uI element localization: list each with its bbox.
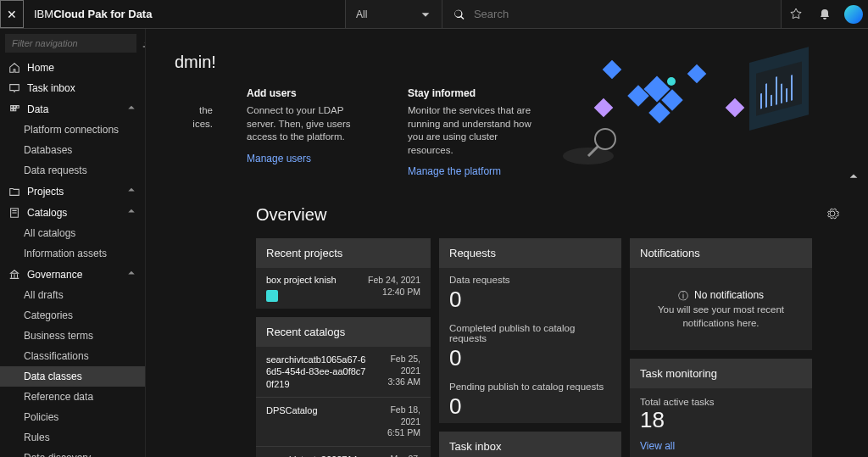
nav-label: Home [27,62,54,74]
nav-label: Categories [24,309,73,321]
view-all-link[interactable]: View all [640,440,675,452]
recent-projects-card: Recent projects box project knishFeb 24,… [256,238,431,309]
brand: IBM Cloud Pak for Data [24,0,162,28]
nav-item-data-classes[interactable]: Data classes [0,366,145,387]
collaborator-avatar [266,290,278,302]
recent-catalogs-title: Recent catalogs [256,317,431,347]
task-inbox-card: Task inbox Assigned to me [439,432,621,457]
nav-item-information-assets[interactable]: Information assets [0,243,145,264]
nav-item-classifications[interactable]: Classifications [0,346,145,366]
chevron-down-icon [420,8,431,20]
notifications-card: Notifications ⓘ No notifications You wil… [630,238,812,350]
svg-rect-4 [603,60,622,80]
nav-item-rules[interactable]: Rules [0,427,145,448]
manage-platform-link[interactable]: Manage the platform [408,165,501,177]
nav-item-projects[interactable]: Projects [0,181,145,202]
nav-label: All catalogs [24,227,75,239]
catalog-time: Mar 07, 2021 6:47 AM [387,454,420,457]
stay-informed-heading: Stay informed [408,87,535,99]
data-icon [8,103,20,115]
active-tasks-count: 18 [640,407,802,433]
brand-name: Cloud Pak for Data [53,8,152,20]
pending-requests-label: Pending publish to catalog requests [449,382,611,392]
catalog-row[interactable]: searchivtcatb1065a67-66d5-454d-83ee-aa0f… [256,347,431,398]
project-name: box project knish [266,275,337,285]
nav-label: Task inbox [27,82,75,94]
nav-label: Reference data [24,391,93,403]
chevron-icon [126,103,136,115]
help-icon[interactable] [782,0,810,28]
chevron-icon [126,206,136,219]
nav-label: Data [27,103,48,115]
task-monitoring-title: Task monitoring [630,359,812,388]
hero-banner: dmin! theices. Add users Connect to your… [146,29,868,190]
catalog-time: Feb 25, 2021 3:36 AM [387,354,420,390]
nav-item-platform-connections[interactable]: Platform connections [0,120,145,140]
nav-label: Catalogs [27,207,67,219]
nav-item-all-drafts[interactable]: All drafts [0,285,145,305]
close-button[interactable]: ✕ [0,0,24,28]
nav-item-governance[interactable]: Governance [0,264,145,285]
search-box[interactable] [442,0,782,28]
add-users-heading: Add users [247,87,374,99]
search-scope-dropdown[interactable]: All [345,0,442,28]
notifications-icon[interactable] [810,0,839,28]
settings-icon[interactable] [826,207,839,223]
nav-label: All drafts [24,289,64,301]
project-time: Feb 24, 2021 12:40 PM [368,275,420,302]
avatar[interactable] [844,5,863,24]
info-icon: ⓘ [678,289,688,303]
overview-title: Overview [256,205,326,225]
nav-item-task-inbox[interactable]: Task inbox [0,78,145,98]
no-notifications-body: You will see your most recent notificati… [658,304,784,328]
active-tasks-label: Total active tasks [640,397,802,407]
nav-label: Business terms [24,330,93,342]
search-scope-label: All [356,8,367,20]
topbar: ✕ IBM Cloud Pak for Data All [0,0,868,29]
folder-icon [8,186,20,198]
nav-item-all-catalogs[interactable]: All catalogs [0,223,145,243]
search-input[interactable] [474,8,771,20]
hero-illustration [546,37,843,181]
requests-card: Requests Data requests 0 Completed publi… [439,238,621,423]
nav-item-policies[interactable]: Policies [0,407,145,427]
hero-stay-informed: Stay informed Monitor the services that … [408,87,535,177]
svg-rect-7 [726,98,745,118]
nav-item-categories[interactable]: Categories [0,305,145,326]
recent-projects-title: Recent projects [256,238,431,268]
filter-navigation-input[interactable] [5,34,136,53]
stay-informed-desc: Monitor the services that are running an… [408,104,535,157]
nav-item-data-discovery[interactable]: Data discovery [0,448,145,457]
task-monitoring-card: Task monitoring Total active tasks 18 Vi… [630,359,812,457]
nav-item-business-terms[interactable]: Business terms [0,326,145,346]
catalog-icon [8,207,20,219]
manage-users-link[interactable]: Manage users [247,153,311,164]
nav-item-data[interactable]: Data [0,98,145,120]
collapse-hero-icon[interactable] [848,170,860,185]
notifications-title: Notifications [630,238,812,268]
catalog-row[interactable]: DPSCatalogFeb 18, 2021 6:51 PM [256,398,431,447]
nav-label: Rules [24,432,50,443]
inbox-icon [8,82,20,94]
nav-label: Governance [27,269,82,281]
svg-rect-6 [594,98,614,118]
chevron-icon [126,185,136,198]
nav-item-data-requests[interactable]: Data requests [0,160,145,181]
svg-point-8 [667,77,676,86]
nav-label: Platform connections [24,124,119,136]
task-inbox-title: Task inbox [439,432,621,457]
catalog-time: Feb 18, 2021 6:51 PM [387,404,420,439]
catalog-name: searchivtcata2660714-e5cc-4609-aadf-0ac8… [266,454,368,457]
nav-item-reference-data[interactable]: Reference data [0,387,145,407]
nav-item-catalogs[interactable]: Catalogs [0,202,145,223]
nav-label: Data requests [24,164,87,176]
project-row[interactable]: box project knishFeb 24, 2021 12:40 PM [256,268,431,309]
nav-label: Information assets [24,248,107,259]
catalog-row[interactable]: searchivtcata2660714-e5cc-4609-aadf-0ac8… [256,447,431,457]
nav-item-databases[interactable]: Databases [0,140,145,160]
pending-requests-count: 0 [449,393,611,420]
chevron-icon [126,268,136,281]
svg-rect-5 [687,64,707,84]
nav-item-home[interactable]: Home [0,58,145,78]
catalog-name: searchivtcatb1065a67-66d5-454d-83ee-aa0f… [266,354,368,390]
